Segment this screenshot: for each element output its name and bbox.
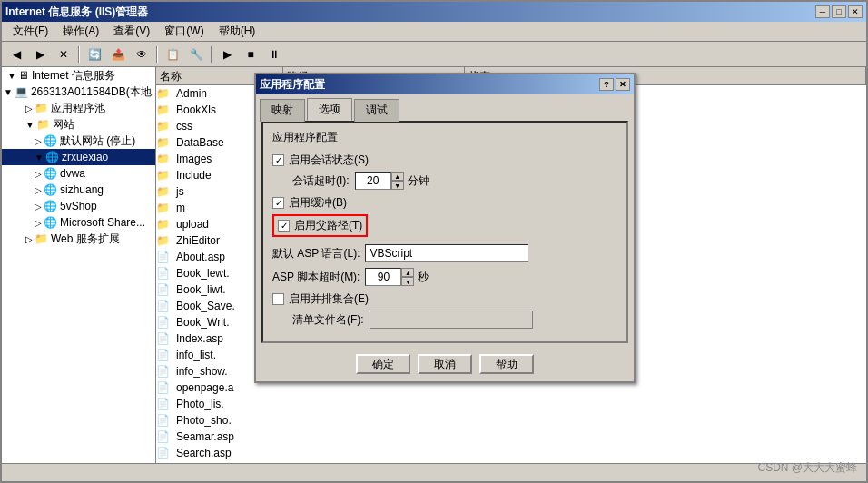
tree-item-websites[interactable]: ▼ 📁 网站 bbox=[2, 116, 155, 133]
tree-label: Web 服务扩展 bbox=[51, 232, 120, 247]
asp-lang-input[interactable] bbox=[365, 244, 528, 262]
tree-item-dvwa[interactable]: ▷ 🌐 dvwa bbox=[2, 165, 155, 182]
menu-view[interactable]: 查看(V) bbox=[106, 22, 157, 41]
folder-icon: 📁 bbox=[156, 136, 170, 149]
section-title: 应用程序配置 bbox=[272, 130, 617, 145]
menu-window[interactable]: 窗口(W) bbox=[157, 22, 211, 41]
toolbar-view[interactable]: 👁 bbox=[131, 44, 153, 64]
asp-timeout-input[interactable] bbox=[365, 268, 401, 286]
tree-item-server[interactable]: ▼ 💻 266313A011584DB(本地... bbox=[2, 84, 155, 100]
website-icon: 🌐 bbox=[45, 151, 59, 163]
website-icon: 🌐 bbox=[44, 200, 57, 212]
tab-options[interactable]: 选项 bbox=[307, 98, 352, 121]
list-item[interactable]: 📄Search.asp bbox=[156, 445, 866, 461]
tree-panel: ▼ 🖥 Internet 信息服务 ▼ 💻 266313A011584DB(本地… bbox=[2, 67, 156, 463]
list-item[interactable]: 📄Photo_lis. bbox=[156, 396, 866, 412]
folder-icon: 📁 bbox=[156, 169, 170, 182]
expand-icon: ▷ bbox=[35, 136, 42, 146]
menu-help[interactable]: 帮助(H) bbox=[212, 22, 263, 41]
tree-item-sizhuang[interactable]: ▷ 🌐 sizhuang bbox=[2, 182, 155, 198]
close-button[interactable]: ✕ bbox=[848, 5, 863, 18]
dialog-buttons: 确定 取消 帮助 bbox=[256, 349, 634, 381]
list-item[interactable]: 📄Photo_sho. bbox=[156, 412, 866, 429]
tab-debug[interactable]: 调试 bbox=[354, 99, 399, 122]
website-icon: 🌐 bbox=[44, 183, 57, 196]
expand-icon: ▼ bbox=[35, 153, 44, 163]
tree-item-5vshop[interactable]: ▷ 🌐 5vShop bbox=[2, 198, 155, 214]
session-timeout-row: 会话超时(I): ▲ ▼ 分钟 bbox=[292, 172, 617, 190]
menu-action[interactable]: 操作(A) bbox=[55, 22, 106, 41]
toolbar-refresh[interactable]: 🔄 bbox=[84, 44, 105, 64]
asp-timeout-unit: 秒 bbox=[418, 270, 429, 285]
cancel-button[interactable]: 取消 bbox=[418, 354, 472, 374]
toolbar: ◀ ▶ ✕ 🔄 📤 👁 📋 🔧 ▶ ■ ⏸ bbox=[2, 42, 866, 67]
asp-timeout-up[interactable]: ▲ bbox=[401, 268, 414, 277]
parallel-checkbox[interactable] bbox=[272, 293, 284, 305]
file-icon: 📄 bbox=[156, 365, 170, 378]
session-timeout-down[interactable]: ▼ bbox=[391, 181, 404, 190]
tree-item-zrxuexiao[interactable]: ▼ 🌐 zrxuexiao bbox=[2, 149, 155, 165]
tree-item-web-ext[interactable]: ▷ 📁 Web 服务扩展 bbox=[2, 231, 155, 247]
toolbar-play[interactable]: ▶ bbox=[216, 44, 238, 64]
asp-timeout-label: ASP 脚本超时(M): bbox=[272, 270, 360, 285]
folder-icon: 📁 bbox=[156, 202, 170, 214]
expand-icon: ▷ bbox=[35, 218, 42, 228]
toolbar-stop[interactable]: ✕ bbox=[53, 44, 74, 64]
file-icon: 📄 bbox=[156, 300, 170, 312]
dialog-help-button[interactable]: ? bbox=[599, 78, 614, 91]
file-icon: 📄 bbox=[156, 414, 170, 427]
help-button[interactable]: 帮助 bbox=[479, 354, 534, 374]
asp-timeout-spinner: ▲ ▼ bbox=[365, 268, 414, 286]
ok-button[interactable]: 确定 bbox=[356, 354, 410, 374]
tree-item-iis[interactable]: ▼ 🖥 Internet 信息服务 bbox=[2, 67, 155, 84]
tree-item-apppool[interactable]: ▷ 📁 应用程序池 bbox=[2, 100, 155, 116]
window-title: Internet 信息服务 (IIS)管理器 bbox=[5, 5, 148, 20]
asp-timeout-down[interactable]: ▼ bbox=[401, 277, 414, 286]
session-timeout-up[interactable]: ▲ bbox=[391, 172, 404, 181]
file-icon: 📄 bbox=[156, 251, 170, 263]
list-file-row: 清单文件名(F): bbox=[292, 310, 617, 329]
parent-path-row: 启用父路径(T) bbox=[272, 214, 617, 237]
folder-icon: 📁 bbox=[156, 104, 170, 116]
session-state-checkbox[interactable] bbox=[272, 154, 284, 166]
asp-timeout-spin-buttons: ▲ ▼ bbox=[401, 268, 414, 286]
minimize-button[interactable]: ─ bbox=[815, 5, 830, 18]
toolbar-settings[interactable]: 🔧 bbox=[185, 44, 207, 64]
item-name: Photo_lis. bbox=[173, 398, 300, 410]
buffer-checkbox[interactable] bbox=[272, 197, 284, 209]
expand-icon: ▼ bbox=[7, 71, 16, 81]
parent-path-checkbox[interactable] bbox=[278, 220, 290, 232]
toolbar-separator-3 bbox=[211, 46, 212, 63]
tree-item-microsoft-share[interactable]: ▷ 🌐 Microsoft Share... bbox=[2, 214, 155, 231]
toolbar-export[interactable]: 📤 bbox=[107, 44, 129, 64]
tree-label: 266313A011584DB(本地... bbox=[31, 84, 156, 100]
menu-bar: 文件(F) 操作(A) 查看(V) 窗口(W) 帮助(H) bbox=[2, 22, 866, 42]
toolbar-separator-1 bbox=[78, 46, 80, 63]
tree-label: 网站 bbox=[53, 117, 74, 133]
toolbar-pause[interactable]: ⏸ bbox=[263, 44, 285, 64]
asp-timeout-row: ASP 脚本超时(M): ▲ ▼ 秒 bbox=[272, 268, 617, 286]
status-bar bbox=[2, 463, 866, 481]
list-file-label: 清单文件名(F): bbox=[292, 312, 364, 328]
toolbar-back[interactable]: ◀ bbox=[5, 44, 27, 64]
maximize-button[interactable]: □ bbox=[832, 5, 846, 18]
session-timeout-unit: 分钟 bbox=[408, 173, 429, 189]
app-config-dialog[interactable]: 应用程序配置 ? ✕ 映射 选项 调试 应用程序配置 启用会话状态( bbox=[254, 73, 636, 383]
list-file-input bbox=[370, 310, 533, 329]
toolbar-forward[interactable]: ▶ bbox=[29, 44, 51, 64]
dialog-close-button[interactable]: ✕ bbox=[616, 78, 630, 91]
tab-mapping[interactable]: 映射 bbox=[260, 99, 305, 122]
expand-icon: ▼ bbox=[4, 87, 13, 97]
folder-icon: 📁 bbox=[156, 87, 170, 100]
tree-item-default-site[interactable]: ▷ 🌐 默认网站 (停止) bbox=[2, 133, 155, 149]
toolbar-stop-media[interactable]: ■ bbox=[240, 44, 261, 64]
toolbar-properties[interactable]: 📋 bbox=[162, 44, 183, 64]
file-icon: 📄 bbox=[156, 316, 170, 329]
computer-icon: 🖥 bbox=[18, 69, 29, 82]
title-bar: Internet 信息服务 (IIS)管理器 ─ □ ✕ bbox=[2, 2, 866, 22]
list-item[interactable]: 📄Seamar.asp bbox=[156, 429, 866, 445]
session-timeout-input[interactable] bbox=[355, 172, 391, 190]
file-icon: 📄 bbox=[156, 430, 170, 443]
menu-file[interactable]: 文件(F) bbox=[5, 22, 55, 41]
parallel-row: 启用并排集合(E) bbox=[272, 291, 617, 307]
